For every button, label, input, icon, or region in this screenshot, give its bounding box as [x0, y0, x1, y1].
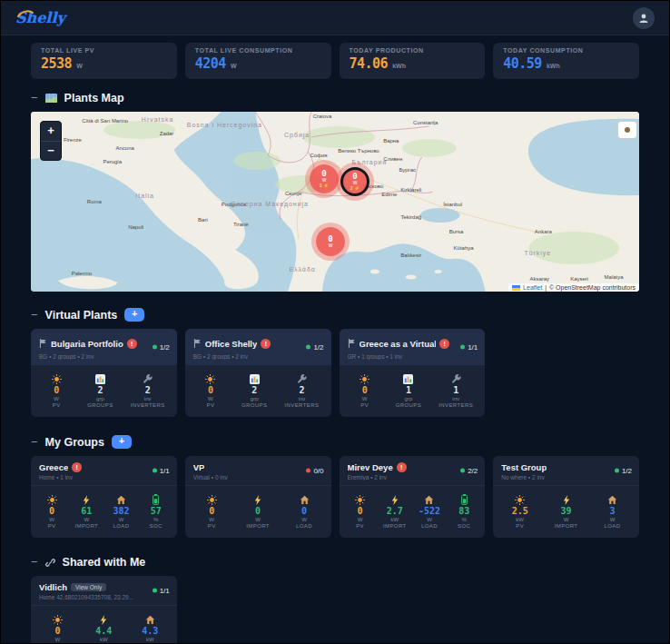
stat-value: 2.7 [387, 506, 403, 516]
map-label: Бургас [399, 167, 416, 173]
chart-icon [250, 373, 260, 384]
marker-value: 0 [352, 173, 357, 180]
stat-unit: W [610, 517, 616, 522]
stat-unit: W [427, 517, 432, 522]
bolt-icon [100, 614, 107, 625]
sun-icon [207, 495, 217, 505]
collapse-toggle[interactable]: − [31, 558, 38, 567]
stat-pv: 0WPV [43, 373, 70, 408]
leaflet-link[interactable]: Leaflet [523, 284, 542, 291]
stat-value: 4.3 [142, 626, 158, 636]
status-count: 0/0 [313, 467, 323, 475]
plant-flag-icon [348, 339, 356, 348]
sun-icon [47, 494, 57, 505]
groups-chart-icon [403, 374, 413, 384]
card-stats: 0WPV61WIMPORT382WLOAD57%SOC [31, 485, 177, 538]
add-group-button[interactable]: + [112, 435, 132, 449]
map-layers-control[interactable] [617, 121, 637, 139]
stat-label: INVERTERS [284, 402, 319, 408]
status-badge: 1/1 [460, 342, 478, 351]
map-label: Tekirdağ [400, 214, 421, 220]
my-groups-section-header: − My Groups + [31, 435, 639, 449]
status-count: 1/1 [160, 587, 170, 595]
stat-card-today-production: TODAY PRODUCTION 74.06 kWh [340, 43, 486, 79]
bolt-icon [83, 494, 90, 505]
group-card[interactable]: VPVirtual • 0 inv0/00WPV0WIMPORT0WLOAD [185, 456, 331, 538]
stat-label: IMPORT [555, 523, 578, 529]
marker-unit: W [329, 243, 333, 248]
stat-label: PV [53, 402, 61, 408]
stat-import: 0WIMPORT [244, 494, 271, 529]
shared-plant-card[interactable]: VidlichView OnlyHome 42.68021094335708, … [31, 576, 177, 644]
map-label: Ελλάδα [289, 266, 315, 272]
stat-value: 0 [301, 506, 307, 516]
group-card[interactable]: Greece!Home • 1 inv1/10WPV61WIMPORT382WL… [31, 456, 177, 538]
bolt-icon [563, 495, 570, 505]
plants-map[interactable]: Città di San MarinoHrvatskaBosna i Herce… [31, 112, 639, 292]
shelly-logo[interactable]: Shelly [15, 9, 65, 26]
collapse-toggle[interactable]: − [31, 438, 38, 447]
virtual-plant-card[interactable]: Office Shelly!BG • 2 groups • 2 inv1/20W… [185, 329, 331, 417]
virtual-plant-card[interactable]: Bulgaria Portfolio!BG • 2 groups • 2 inv… [31, 329, 177, 417]
stat-card-total-live-consumption: TOTAL LIVE CONSUMPTION 4204 W [185, 43, 331, 79]
card-title: Mirev Deye [348, 462, 393, 472]
card-title: Greece [39, 462, 68, 472]
status-dot [615, 469, 619, 473]
stat-unit: % [461, 517, 466, 522]
stat-unit: W [76, 63, 83, 69]
stat-value: 1 [453, 385, 458, 395]
bolt-icon [100, 615, 107, 625]
plant-cluster-marker[interactable]: 0W [316, 227, 345, 256]
collapse-toggle[interactable]: − [31, 94, 38, 103]
sun-icon [52, 373, 62, 384]
logo-swoosh-icon [17, 4, 34, 21]
map-label: Napoli [128, 224, 143, 230]
collapse-toggle[interactable]: − [31, 311, 38, 320]
inverter-wrench-icon [297, 374, 307, 384]
card-header: Office Shelly!BG • 2 groups • 2 inv1/2 [185, 329, 331, 364]
card-subtitle: Eremiya • 2 inv [348, 474, 478, 481]
plant-cluster-marker[interactable]: 0W2 ⚡ [340, 167, 369, 196]
add-virtual-plant-button[interactable]: + [124, 308, 144, 322]
status-count: 1/2 [160, 342, 170, 351]
zoom-out-button[interactable]: − [41, 141, 61, 160]
map-label: Palermo [72, 271, 93, 276]
user-avatar-button[interactable] [633, 7, 655, 29]
stat-unit: kW [146, 637, 154, 642]
stat-inverters: 2invINVERTERS [131, 373, 165, 408]
status-badge: 1/2 [306, 342, 323, 351]
alert-badge: ! [72, 462, 82, 472]
map-label: Северна Македонија [231, 201, 309, 208]
dashboard-main: TOTAL LIVE PV 2538 W TOTAL LIVE CONSUMPT… [1, 35, 669, 644]
card-header: Greece as a Virtual!GR • 1 groups • 1 in… [340, 329, 486, 364]
group-card[interactable]: Mirev Deye!Eremiya • 2 inv2/20WPV2.7kWIM… [340, 456, 486, 538]
stat-value: 83 [458, 506, 469, 516]
stat-load: -522WLOAD [416, 494, 443, 529]
alert-badge: ! [127, 339, 137, 349]
stat-label: GROUPS [396, 402, 421, 408]
virtual-plants-section-header: − Virtual Plants + [31, 308, 639, 322]
status-badge: 1/2 [615, 467, 632, 475]
card-title: Office Shelly [205, 339, 258, 349]
marker-sub-count: 2 ⚡ [350, 185, 360, 191]
stat-label: INVERTERS [438, 402, 473, 408]
group-card[interactable]: Test GroupNo where • 2 inv1/22.5kWPV39WI… [493, 456, 639, 538]
virtual-plant-card[interactable]: Greece as a Virtual!GR • 1 groups • 1 in… [340, 329, 486, 417]
load-home-icon [424, 495, 434, 505]
zoom-in-button[interactable]: + [41, 122, 61, 141]
stat-label: IMPORT [383, 523, 407, 529]
status-dot [306, 469, 310, 473]
stat-unit: W [209, 517, 214, 522]
shared-section-header: − Shared with Me [31, 556, 639, 569]
stat-unit: grp [251, 396, 259, 401]
stat-value: 4.4 [95, 626, 112, 636]
stat-import: 4.4kWIMPORT [90, 614, 117, 644]
stat-pv: 0WPV [198, 494, 225, 529]
plant-cluster-marker[interactable]: 0W3 ⚡ [310, 164, 339, 193]
plant-flag-icon [39, 339, 47, 348]
plant-flag-icon [39, 335, 47, 352]
stat-value: 0 [362, 385, 368, 395]
stat-card-total-live-pv: TOTAL LIVE PV 2538 W [31, 43, 177, 79]
card-stats: 0WPV2grpGROUPS2invINVERTERS [31, 364, 177, 417]
section-title: My Groups [45, 436, 104, 449]
